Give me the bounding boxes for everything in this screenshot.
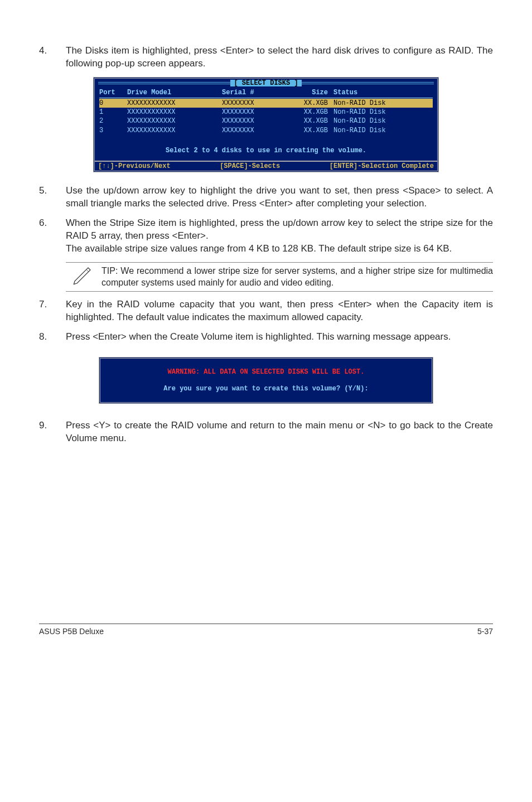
terminal-title: [ SELECT DISKS ]: [230, 80, 301, 86]
step-text: The Disks item is highlighted, press <En…: [66, 45, 493, 70]
tip-callout: TIP: We recommend a lower stripe size fo…: [66, 262, 493, 292]
tip-text: TIP: We recommend a lower stripe size fo…: [97, 265, 493, 289]
terminal-title-row: [ SELECT DISKS ]: [95, 79, 437, 85]
col-serial: Serial #: [222, 88, 289, 97]
col-status: Status: [333, 88, 433, 97]
step-8: 8. Press <Enter> when the Create Volume …: [39, 331, 493, 344]
table-row[interactable]: 0 XXXXXXXXXXXX XXXXXXXX XX.XGB Non-RAID …: [99, 99, 433, 108]
footer-prevnext: [↑↓]-Previous/Next: [98, 162, 171, 171]
step-text: Press <Enter> when the Create Volume ite…: [66, 331, 493, 344]
step-num: 7.: [39, 298, 66, 324]
warning-dialog: WARNING: ALL DATA ON SELECTED DISKS WILL…: [99, 357, 433, 404]
step-9: 9. Press <Y> to create the RAID volume a…: [39, 419, 493, 445]
terminal-footer: [↑↓]-Previous/Next [SPACE]-Selects [ENTE…: [95, 161, 437, 171]
table-row[interactable]: 2 XXXXXXXXXXXX XXXXXXXX XX.XGB Non-RAID …: [99, 117, 433, 125]
pencil-icon: [66, 265, 97, 289]
table-header: Port Drive Model Serial # Size Status: [99, 88, 433, 98]
col-size: Size: [289, 88, 333, 97]
step-num: 5.: [39, 185, 66, 210]
footer-enter: [ENTER]-Selection Complete: [330, 162, 434, 171]
footer-page-number: 5-37: [477, 626, 493, 637]
step-num: 9.: [39, 419, 66, 445]
warning-line1: WARNING: ALL DATA ON SELECTED DISKS WILL…: [168, 368, 365, 376]
step-text: When the Stripe Size item is highlighted…: [66, 217, 493, 255]
step-num: 8.: [39, 331, 66, 344]
page-footer: ASUS P5B Deluxe 5-37: [39, 624, 493, 637]
step-6: 6. When the Stripe Size item is highligh…: [39, 217, 493, 255]
table-row[interactable]: 3 XXXXXXXXXXXX XXXXXXXX XX.XGB Non-RAID …: [99, 126, 433, 135]
step-7: 7. Key in the RAID volume capacity that …: [39, 298, 493, 324]
step-num: 4.: [39, 45, 66, 70]
footer-product: ASUS P5B Deluxe: [39, 626, 104, 637]
terminal-note: Select 2 to 4 disks to use in creating t…: [99, 146, 433, 155]
col-model: Drive Model: [127, 88, 222, 97]
select-disks-terminal: [ SELECT DISKS ] Port Drive Model Serial…: [93, 77, 439, 172]
step-text: Key in the RAID volume capacity that you…: [66, 298, 493, 324]
step-4: 4. The Disks item is highlighted, press …: [39, 45, 493, 70]
step-5: 5. Use the up/down arrow key to highligh…: [39, 185, 493, 210]
footer-space: [SPACE]-Selects: [220, 162, 280, 171]
col-port: Port: [99, 88, 127, 97]
step-text: Use the up/down arrow key to highlight t…: [66, 185, 493, 210]
warning-line2: Are you sure you want to create this vol…: [106, 384, 426, 393]
step-num: 6.: [39, 217, 66, 255]
step-text: Press <Y> to create the RAID volume and …: [66, 419, 493, 445]
table-row[interactable]: 1 XXXXXXXXXXXX XXXXXXXX XX.XGB Non-RAID …: [99, 108, 433, 117]
